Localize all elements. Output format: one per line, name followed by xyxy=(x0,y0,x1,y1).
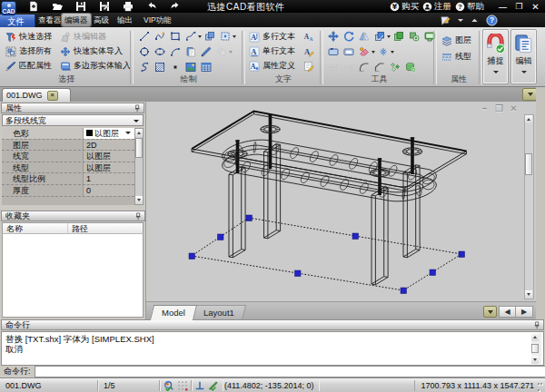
dropdown-icon[interactable] xyxy=(372,51,375,54)
property-grid-scrollbar[interactable] xyxy=(134,128,144,205)
cad-drawing[interactable] xyxy=(146,102,536,301)
mirror-button[interactable] xyxy=(359,31,372,42)
rect-tool2-button[interactable] xyxy=(343,46,357,57)
doc-restore-icon[interactable]: ❐ xyxy=(493,103,505,113)
linetype-button[interactable]: 线型 xyxy=(441,50,471,64)
zoom-ok-icon[interactable] xyxy=(164,380,174,391)
new-file-icon[interactable] xyxy=(28,1,39,12)
spline2-button[interactable] xyxy=(139,62,153,73)
help-circle-icon[interactable] xyxy=(486,15,498,26)
minimize-button[interactable]: — xyxy=(495,1,510,13)
command-input[interactable] xyxy=(35,366,545,377)
save-as-icon[interactable] xyxy=(99,1,110,12)
block-green2-button[interactable] xyxy=(412,46,426,57)
column-path[interactable]: 路径 xyxy=(68,223,88,233)
scroll-left-icon[interactable]: ◀ xyxy=(499,306,516,318)
scrollbar-thumb[interactable] xyxy=(531,344,539,353)
property-row-layer[interactable]: 图层2D xyxy=(2,140,134,152)
scale-button[interactable] xyxy=(374,31,391,42)
image-button[interactable] xyxy=(185,62,199,73)
file-menu-button[interactable]: 文件 xyxy=(0,15,35,27)
ellipse-button[interactable] xyxy=(154,46,168,57)
dropdown-icon[interactable] xyxy=(391,51,394,54)
spline-button[interactable] xyxy=(185,31,203,42)
maximize-button[interactable]: ❐ xyxy=(511,1,527,13)
mtext-button[interactable]: 多行文本 xyxy=(249,30,295,44)
quick-select-button[interactable]: 快速选择 xyxy=(5,30,52,44)
quick-entity-import-button[interactable]: 快速实体导入 xyxy=(60,44,123,58)
command-history[interactable]: 替换 [TXT.shx] 字体为 [SIMPLEX.SHX] 取消 xyxy=(1,331,544,366)
text-edit-button[interactable] xyxy=(303,44,314,58)
snap-button[interactable]: 捕捉 xyxy=(482,29,509,84)
pin-icon[interactable] xyxy=(133,104,141,113)
explode-button[interactable] xyxy=(378,46,395,57)
doc-minimize-icon[interactable]: – xyxy=(479,103,490,113)
tab-advanced[interactable]: 高级 xyxy=(92,14,111,26)
redo-icon[interactable] xyxy=(170,1,181,12)
command-scrollbar[interactable] xyxy=(531,333,541,364)
undo-icon[interactable] xyxy=(146,1,157,12)
match-properties-button[interactable]: 匹配属性 xyxy=(5,59,52,73)
rect-button[interactable] xyxy=(170,31,183,42)
feedback-dropdown-icon[interactable] xyxy=(458,19,463,22)
layout-list-dropdown-icon[interactable] xyxy=(483,306,497,318)
select-all-button[interactable]: 选择所有 xyxy=(5,44,52,58)
tab-model[interactable]: Model xyxy=(150,305,197,320)
collapse-ribbon-icon[interactable] xyxy=(470,15,480,25)
block-green-button[interactable] xyxy=(409,31,422,42)
dropdown-icon[interactable] xyxy=(387,35,391,38)
dropdown-icon[interactable] xyxy=(233,35,236,38)
edit-dropdown-icon[interactable] xyxy=(521,71,527,74)
rotate-button[interactable] xyxy=(343,31,357,42)
drawing-canvas[interactable]: – ❐ ✕ Model Layout1 ◀ ▶ xyxy=(146,102,536,319)
chamfer-button[interactable] xyxy=(374,62,388,73)
property-row-linetype[interactable]: 线型以图层 xyxy=(2,162,134,174)
copy-clip-button[interactable] xyxy=(185,46,199,57)
array-green-button[interactable] xyxy=(390,62,403,73)
scroll-up-icon[interactable] xyxy=(525,115,532,123)
property-row-thickness[interactable]: 厚度0 xyxy=(2,185,134,197)
attr-edit-button[interactable] xyxy=(303,59,314,73)
copy-green-button[interactable] xyxy=(393,31,407,42)
resize-grip[interactable] xyxy=(536,378,545,392)
scroll-up-icon[interactable] xyxy=(135,129,143,137)
table-button[interactable] xyxy=(201,62,214,73)
help-button[interactable]: 帮助 xyxy=(455,1,484,13)
tab-close-icon[interactable]: × xyxy=(47,91,58,101)
open-file-icon[interactable] xyxy=(52,1,63,12)
arc-button[interactable] xyxy=(170,46,183,57)
pencil-line-button[interactable] xyxy=(201,46,214,57)
dropdown-icon[interactable] xyxy=(198,35,202,38)
polygon-entity-input-button[interactable]: 多边形实体输入 xyxy=(60,59,131,73)
tab-output[interactable]: 输出 xyxy=(115,14,134,26)
stext-button[interactable]: 单行文本 xyxy=(249,44,295,58)
close-button[interactable]: ✕ xyxy=(528,1,543,13)
line-button[interactable] xyxy=(139,31,153,42)
column-name[interactable]: 名称 xyxy=(3,223,68,233)
polyline-button[interactable] xyxy=(154,31,168,42)
scroll-down-icon[interactable] xyxy=(531,356,539,364)
doc-close-icon[interactable]: ✕ xyxy=(508,103,520,113)
document-tab[interactable]: 001.DWG × xyxy=(2,88,71,102)
scrollbar-thumb[interactable] xyxy=(525,153,532,175)
rect-tool-button[interactable] xyxy=(328,46,342,57)
tab-layout1[interactable]: Layout1 xyxy=(192,305,246,320)
ortho-icon[interactable] xyxy=(194,380,205,391)
pin-icon[interactable] xyxy=(532,321,540,329)
boundary-button[interactable] xyxy=(220,31,237,42)
attr-define-button[interactable]: 属性定义 xyxy=(249,59,295,73)
edit-button[interactable]: 编辑 xyxy=(510,29,537,84)
canvas-vertical-scrollbar[interactable] xyxy=(524,114,534,299)
text-style-button[interactable] xyxy=(303,30,314,44)
scroll-up-icon[interactable] xyxy=(531,333,539,341)
draw-ok-icon[interactable] xyxy=(208,380,219,391)
copy-green2-button[interactable] xyxy=(397,46,411,57)
dropdown-icon[interactable] xyxy=(229,51,233,54)
property-row-linetype-scale[interactable]: 线型比例1 xyxy=(2,173,134,185)
entity-type-select[interactable]: 多段线线宽 xyxy=(2,114,144,126)
snap-dropdown-icon[interactable] xyxy=(493,71,499,74)
tab-editor[interactable]: 编辑器 xyxy=(62,14,91,26)
db-green-button[interactable] xyxy=(405,62,419,73)
scroll-down-icon[interactable] xyxy=(135,196,143,204)
save-icon[interactable] xyxy=(75,1,86,12)
